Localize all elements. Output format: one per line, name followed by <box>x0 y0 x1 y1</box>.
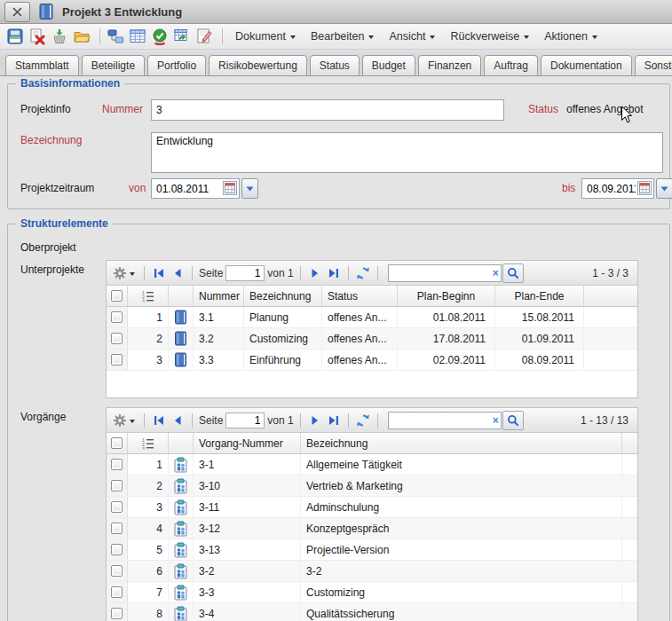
column-header-vorgang-nummer[interactable]: Vorgang-Nummer <box>194 433 301 453</box>
previous-page-button[interactable] <box>170 413 186 428</box>
column-header-bezeichnung[interactable]: Bezeichnung <box>244 286 322 306</box>
close-button[interactable] <box>4 2 30 22</box>
row-checkbox[interactable] <box>107 561 128 581</box>
tab[interactable]: Risikobewertung <box>209 55 307 76</box>
task-icon[interactable] <box>169 561 194 581</box>
row-checkbox[interactable] <box>107 454 128 475</box>
tab[interactable]: Auftrag <box>484 55 538 76</box>
refresh-button[interactable] <box>355 413 371 428</box>
menu-item[interactable]: Dokument <box>235 30 296 43</box>
task-icon[interactable] <box>169 497 194 517</box>
menu-item[interactable]: Ansicht <box>389 30 435 43</box>
column-header-status[interactable]: Status <box>322 286 398 306</box>
row-number-column-header[interactable]: 123 <box>128 433 169 453</box>
row-checkbox[interactable] <box>107 328 128 349</box>
tab[interactable]: Dokumentation <box>541 55 632 76</box>
select-all-checkbox[interactable] <box>107 433 128 453</box>
table-row[interactable]: 8 3-4 Qualitätssicherung <box>107 603 637 621</box>
last-page-button[interactable] <box>326 413 342 428</box>
row-checkbox[interactable] <box>107 518 128 538</box>
column-header-bezeichnung[interactable]: Bezeichnung <box>301 433 622 453</box>
search-button[interactable] <box>502 411 524 430</box>
grid-settings-button[interactable] <box>113 266 135 280</box>
tab[interactable]: Finanzen <box>418 55 481 76</box>
table-row[interactable]: 5 3-13 Projectile-Version <box>107 539 637 561</box>
menu-item[interactable]: Rückverweise <box>450 30 529 43</box>
page-count-label: von 1 <box>267 414 293 427</box>
check-ok-icon[interactable] <box>150 27 170 46</box>
table-row[interactable]: 1 3.1 Planung offenes An... 01.08.2011 1… <box>107 307 637 328</box>
task-icon[interactable] <box>169 518 194 538</box>
row-checkbox[interactable] <box>107 307 128 327</box>
menu-item[interactable]: Bearbeiten <box>311 30 374 43</box>
calendar-icon[interactable] <box>637 181 652 195</box>
table-row[interactable]: 6 3-2 3-2 <box>107 561 637 582</box>
row-checkbox[interactable] <box>107 350 128 370</box>
edit-document-icon[interactable] <box>194 27 214 46</box>
first-page-button[interactable] <box>151 265 167 281</box>
table-row[interactable]: 1 3-1 Allgemeine Tätigkeit <box>107 454 637 476</box>
select-all-checkbox[interactable] <box>107 286 128 306</box>
task-icon[interactable] <box>169 603 194 621</box>
clear-search-icon[interactable]: × <box>493 267 499 279</box>
tab[interactable]: Stammblatt <box>5 55 79 76</box>
menu-item[interactable]: Aktionen <box>544 30 597 43</box>
next-page-button[interactable] <box>307 265 323 281</box>
tab[interactable]: Status <box>310 55 360 76</box>
project-icon[interactable] <box>169 307 194 327</box>
save-icon[interactable] <box>5 27 25 46</box>
table-icon[interactable] <box>128 27 147 46</box>
grid-settings-button[interactable] <box>113 413 135 428</box>
last-page-button[interactable] <box>326 265 342 281</box>
next-page-button[interactable] <box>307 413 323 428</box>
search-button[interactable] <box>502 263 524 283</box>
column-header-plan-beginn[interactable]: Plan-Beginn <box>398 286 495 306</box>
column-header-plan-ende[interactable]: Plan-Ende <box>495 286 584 306</box>
task-icon[interactable] <box>169 476 194 496</box>
previous-page-button[interactable] <box>170 265 186 281</box>
basket-download-icon[interactable] <box>50 27 69 46</box>
row-checkbox[interactable] <box>107 476 128 496</box>
table-row[interactable]: 7 3-3 Customizing <box>107 582 637 603</box>
grid-search-input[interactable] <box>388 412 502 429</box>
table-add-icon[interactable] <box>172 27 192 46</box>
hierarchy-icon[interactable] <box>106 27 125 46</box>
row-checkbox[interactable] <box>107 497 128 517</box>
bezeichnung-textarea[interactable]: Entwicklung <box>151 132 663 173</box>
row-checkbox[interactable] <box>107 539 128 560</box>
table-row[interactable]: 4 3-12 Konzeptgespräch <box>107 518 637 539</box>
folder-open-icon[interactable] <box>72 27 91 46</box>
refresh-button[interactable] <box>355 265 371 281</box>
delete-document-icon[interactable] <box>28 27 47 46</box>
cell-vorgang-nummer: 3-3 <box>194 582 301 602</box>
table-row[interactable]: 3 3-11 Adminschulung <box>107 497 637 518</box>
page-number-input[interactable] <box>225 413 265 428</box>
clear-search-icon[interactable]: × <box>493 414 499 427</box>
svg-text:3: 3 <box>142 445 145 450</box>
page-number-input[interactable] <box>225 265 265 281</box>
first-page-button[interactable] <box>151 413 167 428</box>
row-checkbox[interactable] <box>107 603 128 621</box>
calendar-icon[interactable] <box>223 181 237 195</box>
project-icon[interactable] <box>169 328 194 349</box>
table-row[interactable]: 3 3.3 Einführung offenes An... 02.09.201… <box>107 350 637 371</box>
nummer-input[interactable] <box>151 99 504 121</box>
column-header-nummer[interactable]: Nummer <box>194 286 244 306</box>
tab[interactable]: Portfolio <box>147 55 206 76</box>
von-date-dropdown-button[interactable] <box>241 178 258 199</box>
project-icon[interactable] <box>169 350 194 370</box>
task-icon[interactable] <box>169 454 194 475</box>
toolbar-separator <box>99 28 100 44</box>
tab[interactable]: Sonstiges <box>635 55 672 76</box>
tab[interactable]: Budget <box>362 55 415 76</box>
table-row[interactable]: 2 3.2 Customizing offenes An... 17.08.20… <box>107 328 637 350</box>
numbered-list-icon: 123 <box>142 290 154 303</box>
grid-search-input[interactable] <box>388 264 502 282</box>
table-row[interactable]: 2 3-10 Vertrieb & Marketing <box>107 476 637 497</box>
row-checkbox[interactable] <box>107 582 128 602</box>
tab[interactable]: Beteiligte <box>82 55 145 76</box>
bis-date-dropdown-button[interactable] <box>656 178 672 199</box>
task-icon[interactable] <box>169 582 194 602</box>
row-number-column-header[interactable]: 123 <box>128 286 169 306</box>
task-icon[interactable] <box>169 539 194 560</box>
